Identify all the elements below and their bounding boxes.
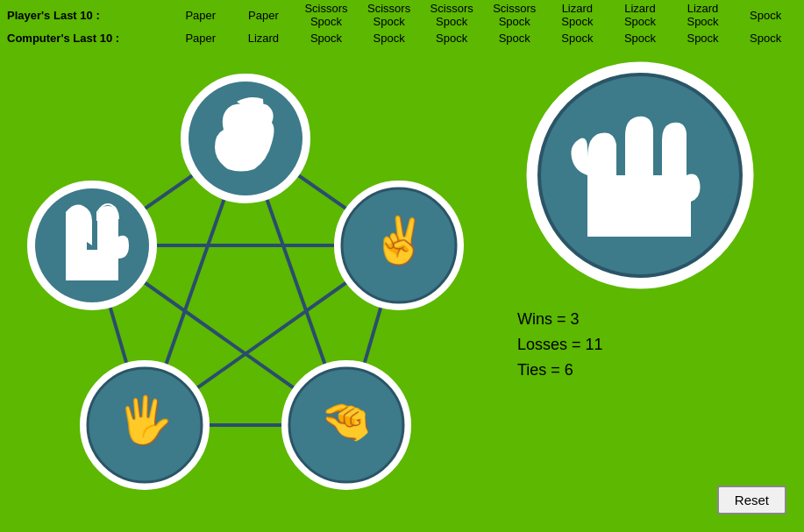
player-item-1: Paper [169, 9, 232, 22]
reset-button[interactable]: Reset [717, 486, 786, 514]
scissors-button[interactable]: ✌️ [336, 182, 462, 309]
rock-button[interactable]: ✊ [182, 75, 309, 202]
computer-item-7: Spock [546, 32, 609, 45]
svg-text:🖖: 🖖 [64, 213, 121, 267]
right-panel: Wins = 3 Losses = 11 Ties = 6 [491, 61, 789, 382]
computer-history-label: Computer's Last 10 : [7, 32, 169, 45]
svg-text:✌️: ✌️ [371, 213, 428, 267]
player-item-6: Scissors Spock [483, 2, 546, 28]
computer-item-1: Paper [169, 32, 232, 45]
player-item-7: Lizard Spock [546, 2, 609, 28]
ties-stat: Ties = 6 [517, 358, 603, 383]
svg-text:🤏: 🤏 [320, 396, 373, 446]
wins-stat: Wins = 3 [517, 307, 603, 332]
computer-item-10: Spock [734, 32, 797, 45]
computer-item-9: Spock [672, 32, 735, 45]
player-history-label: Player's Last 10 : [7, 9, 169, 22]
history-area: Player's Last 10 : Paper Paper Scissors … [0, 0, 804, 53]
stats-area: Wins = 3 Losses = 11 Ties = 6 [517, 307, 603, 382]
computer-item-8: Spock [608, 32, 672, 45]
computer-item-6: Spock [483, 32, 546, 45]
player-item-10: Spock [734, 9, 797, 22]
computer-history-row: Computer's Last 10 : Paper Lizard Spock … [7, 26, 797, 49]
player-history-row: Player's Last 10 : Paper Paper Scissors … [7, 4, 797, 26]
player-item-8: Lizard Spock [608, 2, 672, 28]
spock-large-icon [526, 61, 754, 289]
paper-button[interactable]: 🖐 [82, 362, 208, 488]
player-item-3: Scissors Spock [295, 2, 358, 28]
computer-item-5: Spock [420, 32, 483, 45]
lizard-button[interactable]: 🤏 [283, 362, 409, 488]
svg-text:🖐: 🖐 [117, 393, 174, 447]
player-item-2: Paper [232, 9, 295, 22]
game-diagram: ✊ ✌️ 🤏 🖐 🖖 [18, 61, 473, 517]
svg-text:✊: ✊ [217, 106, 274, 160]
player-item-5: Scissors Spock [420, 2, 483, 28]
computer-item-3: Spock [295, 32, 358, 45]
losses-stat: Losses = 11 [517, 332, 603, 358]
player-item-4: Scissors Spock [358, 2, 421, 28]
computer-item-2: Lizard [232, 32, 295, 45]
spock-button[interactable]: 🖖 [29, 182, 155, 309]
player-item-9: Lizard Spock [672, 2, 735, 28]
computer-item-4: Spock [358, 32, 421, 45]
